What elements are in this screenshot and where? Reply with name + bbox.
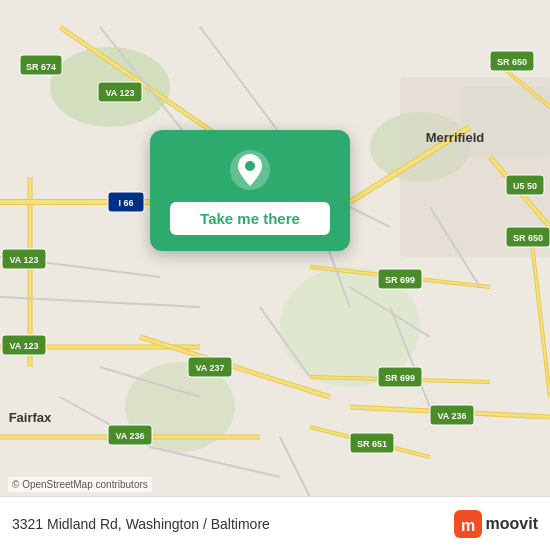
svg-text:VA 237: VA 237 bbox=[195, 363, 224, 373]
take-me-there-button[interactable]: Take me there bbox=[170, 202, 330, 235]
svg-text:m: m bbox=[460, 517, 474, 534]
svg-text:SR 651: SR 651 bbox=[357, 439, 387, 449]
svg-text:SR 650: SR 650 bbox=[497, 57, 527, 67]
svg-text:VA 236: VA 236 bbox=[115, 431, 144, 441]
address-text: 3321 Midland Rd, Washington / Baltimore bbox=[12, 516, 270, 532]
moovit-logo: m moovit bbox=[454, 510, 538, 538]
pin-icon bbox=[228, 148, 272, 192]
svg-text:I 66: I 66 bbox=[118, 198, 133, 208]
destination-card: Take me there bbox=[150, 130, 350, 251]
svg-point-82 bbox=[245, 161, 255, 171]
svg-text:VA 123: VA 123 bbox=[9, 255, 38, 265]
svg-text:Fairfax: Fairfax bbox=[9, 410, 52, 425]
svg-text:SR 699: SR 699 bbox=[385, 373, 415, 383]
svg-text:Merrifield: Merrifield bbox=[426, 130, 485, 145]
svg-text:VA 236: VA 236 bbox=[437, 411, 466, 421]
svg-text:SR 674: SR 674 bbox=[26, 62, 56, 72]
map-roads: SR 674 VA 123 I 66 VA 123 VA 123 VA 237 … bbox=[0, 0, 550, 550]
copyright-text: © OpenStreetMap contributors bbox=[8, 477, 152, 492]
svg-text:VA 123: VA 123 bbox=[9, 341, 38, 351]
map-container: SR 674 VA 123 I 66 VA 123 VA 123 VA 237 … bbox=[0, 0, 550, 550]
moovit-icon: m bbox=[454, 510, 482, 538]
moovit-text: moovit bbox=[486, 515, 538, 533]
bottom-bar: 3321 Midland Rd, Washington / Baltimore … bbox=[0, 496, 550, 550]
svg-text:VA 123: VA 123 bbox=[105, 88, 134, 98]
svg-text:U5 50: U5 50 bbox=[513, 181, 537, 191]
svg-text:SR 699: SR 699 bbox=[385, 275, 415, 285]
svg-text:SR 650: SR 650 bbox=[513, 233, 543, 243]
